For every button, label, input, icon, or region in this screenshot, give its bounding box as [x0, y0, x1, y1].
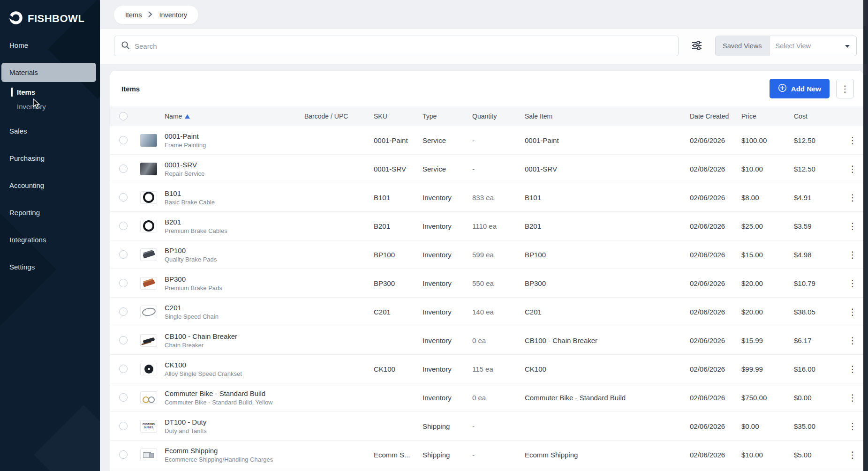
row-select-radio[interactable] — [119, 307, 128, 316]
row-kebab-menu-button[interactable]: ⋮ — [843, 307, 862, 317]
column-header-type[interactable]: Type — [423, 112, 472, 120]
item-date-created: 02/06/2026 — [690, 308, 741, 316]
item-type: Inventory — [423, 251, 472, 259]
item-cost: $0.00 — [794, 394, 843, 402]
item-type: Shipping — [423, 451, 472, 459]
sort-ascending-icon — [185, 112, 190, 120]
row-kebab-menu-button[interactable]: ⋮ — [843, 164, 862, 174]
item-sale-item: B101 — [525, 194, 690, 202]
breadcrumb-items[interactable]: Items — [125, 11, 142, 19]
sidebar-item-reporting[interactable]: Reporting — [0, 203, 100, 222]
row-kebab-menu-button[interactable]: ⋮ — [843, 221, 862, 232]
sidebar-item-materials[interactable]: Materials — [1, 63, 96, 82]
row-select-radio[interactable] — [119, 250, 128, 259]
table-row[interactable]: 0001-Paint Frame Painting 0001-Paint Ser… — [110, 126, 863, 155]
row-select-radio[interactable] — [119, 450, 128, 459]
select-view-dropdown[interactable]: Select View — [770, 36, 856, 56]
item-thumbnail — [140, 134, 157, 147]
item-name: 0001-SRV — [165, 161, 204, 169]
item-name: CB100 - Chain Breaker — [165, 332, 237, 340]
row-kebab-menu-button[interactable]: ⋮ — [843, 392, 862, 403]
item-sku: B101 — [374, 194, 423, 202]
row-select-radio[interactable] — [119, 422, 128, 430]
search-input[interactable] — [135, 42, 672, 50]
item-sale-item: B201 — [525, 222, 690, 230]
row-kebab-menu-button[interactable]: ⋮ — [843, 135, 862, 146]
item-description: Repair Service — [165, 170, 204, 177]
table-row[interactable]: BP300 Premium Brake Pads BP300 Inventory… — [110, 269, 863, 298]
materials-subnav: Items Inventory — [0, 85, 100, 114]
table-row[interactable]: B201 Premium Brake Cables B201 Inventory… — [110, 212, 863, 240]
add-new-button[interactable]: Add New — [770, 79, 830, 98]
row-select-radio[interactable] — [119, 365, 128, 373]
sidebar-item-inventory[interactable]: Inventory — [0, 99, 100, 114]
item-cost: $10.79 — [794, 279, 843, 287]
item-name: C201 — [165, 304, 219, 312]
row-kebab-menu-button[interactable]: ⋮ — [843, 335, 862, 346]
row-select-radio[interactable] — [119, 193, 128, 202]
sidebar-item-items[interactable]: Items — [0, 85, 100, 99]
sidebar-item-integrations[interactable]: Integrations — [0, 230, 100, 249]
column-header-price[interactable]: Price — [741, 112, 794, 120]
row-kebab-menu-button[interactable]: ⋮ — [843, 249, 862, 260]
column-label: Sale Item — [525, 112, 552, 120]
row-select-radio[interactable] — [119, 136, 128, 144]
breadcrumb-inventory[interactable]: Inventory — [159, 11, 187, 19]
item-type: Inventory — [423, 394, 472, 402]
breadcrumb: Items Inventory — [114, 6, 198, 24]
row-kebab-menu-button[interactable]: ⋮ — [843, 192, 862, 203]
search-toolbar: Saved Views Select View — [100, 29, 868, 64]
table-row[interactable]: C201 Single Speed Chain C201 Inventory 1… — [110, 298, 863, 326]
item-sku: 0001-Paint — [374, 136, 423, 144]
column-header-quantity[interactable]: Quantity — [472, 112, 525, 120]
filter-settings-button[interactable] — [688, 37, 706, 55]
sidebar-item-sales[interactable]: Sales — [0, 121, 100, 141]
item-price: $15.00 — [741, 251, 794, 259]
header-select-all[interactable] — [110, 112, 136, 120]
column-header-sale-item[interactable]: Sale Item — [525, 112, 690, 120]
table-row[interactable]: B101 Basic Brake Cable B101 Inventory 83… — [110, 183, 863, 212]
column-header-barcode[interactable]: Barcode / UPC — [304, 112, 374, 120]
row-select-radio[interactable] — [119, 279, 128, 287]
search-box[interactable] — [114, 36, 679, 56]
row-select-radio[interactable] — [119, 336, 128, 344]
saved-views-label: Saved Views — [716, 36, 770, 56]
table-row[interactable]: CK100 Alloy Single Speed Crankset CK100 … — [110, 355, 863, 383]
row-select-radio[interactable] — [119, 393, 128, 402]
sidebar-item-home[interactable]: Home — [0, 36, 100, 55]
item-quantity: - — [472, 136, 525, 144]
item-price: $99.99 — [741, 365, 794, 373]
sidebar-item-accounting[interactable]: Accounting — [0, 176, 100, 195]
panel-kebab-menu-button[interactable]: ⋮ — [836, 79, 854, 98]
table-row[interactable]: Commuter Bike - Standard Build Commuter … — [110, 383, 863, 412]
table-row[interactable]: BP100 Quality Brake Pads BP100 Inventory… — [110, 240, 863, 269]
column-header-name[interactable]: Name — [136, 112, 304, 120]
sidebar-item-settings[interactable]: Settings — [0, 257, 100, 277]
item-price: $100.00 — [741, 136, 794, 144]
column-header-sku[interactable]: SKU — [374, 112, 423, 120]
item-quantity: 140 ea — [472, 308, 525, 316]
table-row[interactable]: Ecomm Shipping Ecommerce Shipping/Handli… — [110, 441, 863, 469]
item-quantity: 550 ea — [472, 279, 525, 287]
item-date-created: 02/06/2026 — [690, 394, 741, 402]
row-select-radio[interactable] — [119, 164, 128, 173]
table-row[interactable]: CB100 - Chain Breaker Chain Breaker Inve… — [110, 326, 863, 355]
sidebar-item-purchasing[interactable]: Purchasing — [0, 149, 100, 168]
column-header-date-created[interactable]: Date Created — [690, 112, 741, 120]
fishbowl-logo-icon — [8, 10, 23, 27]
row-kebab-menu-button[interactable]: ⋮ — [843, 449, 862, 460]
row-kebab-menu-button[interactable]: ⋮ — [843, 364, 862, 374]
row-kebab-menu-button[interactable]: ⋮ — [843, 278, 862, 289]
table-row[interactable]: CUSTOMS DUTIES DT100 - Duty Duty and Tar… — [110, 412, 863, 441]
table-row[interactable]: 0001-SRV Repair Service 0001-SRV Service… — [110, 155, 863, 183]
row-select-radio[interactable] — [119, 222, 128, 230]
column-header-cost[interactable]: Cost — [794, 112, 843, 120]
item-cost: $4.98 — [794, 251, 843, 259]
item-sale-item: C201 — [525, 308, 690, 316]
item-price: $25.00 — [741, 222, 794, 230]
select-all-radio[interactable] — [119, 112, 128, 120]
item-name: 0001-Paint — [165, 132, 206, 140]
item-sale-item: Commuter Bike - Standard Build — [525, 394, 690, 402]
row-kebab-menu-button[interactable]: ⋮ — [843, 421, 862, 432]
item-sale-item: BP300 — [525, 279, 690, 287]
